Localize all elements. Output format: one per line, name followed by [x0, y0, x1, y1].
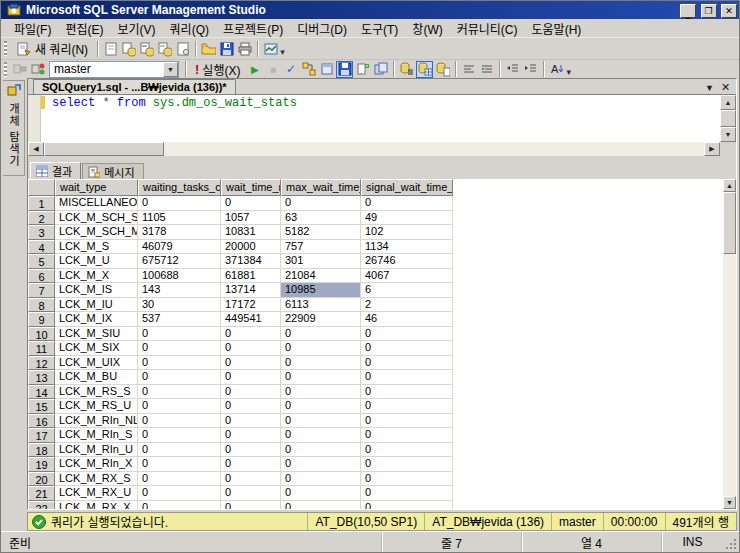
grid-cell[interactable]: 0	[221, 385, 281, 400]
grid-cell[interactable]: 143	[138, 283, 221, 298]
results-to-text-icon[interactable]	[398, 61, 415, 78]
close-document-icon[interactable]: ✕	[719, 81, 732, 94]
grid-cell[interactable]: LCK_M_U	[55, 254, 138, 269]
row-header[interactable]: 22	[28, 501, 55, 510]
grid-cell[interactable]: 0	[281, 370, 361, 385]
grid-cell[interactable]: 1105	[138, 211, 221, 226]
grid-cell[interactable]: 3178	[138, 225, 221, 240]
grid-cell[interactable]: 0	[281, 457, 361, 472]
menu-item[interactable]: 창(W)	[405, 18, 449, 39]
grid-cell[interactable]: 63	[281, 211, 361, 226]
grid-cell[interactable]: MISCELLANEOUS	[55, 196, 138, 211]
toolbar-overflow-icon[interactable]: ▾	[280, 41, 290, 57]
grid-cell[interactable]: 0	[281, 486, 361, 501]
grid-cell[interactable]: 0	[221, 443, 281, 458]
scrollbar-thumb[interactable]	[44, 142, 164, 156]
toolbar-grip[interactable]	[4, 41, 7, 56]
grid-cell[interactable]: LCK_M_RS_U	[55, 399, 138, 414]
row-header[interactable]: 7	[28, 283, 55, 298]
column-header[interactable]: signal_wait_time_ms	[361, 179, 453, 196]
grid-cell[interactable]: 0	[361, 472, 453, 487]
grid-cell[interactable]: 13714	[221, 283, 281, 298]
scroll-right-icon[interactable]: ▶	[704, 142, 720, 156]
grid-cell[interactable]: 0	[281, 341, 361, 356]
grid-cell[interactable]: 0	[138, 486, 221, 501]
grid-cell[interactable]: 0	[138, 370, 221, 385]
row-header[interactable]: 3	[28, 225, 55, 240]
grid-cell[interactable]: 0	[221, 457, 281, 472]
grid-cell[interactable]: LCK_M_RX_X	[55, 501, 138, 510]
grid-cell[interactable]: 6113	[281, 298, 361, 313]
grid-cell[interactable]: LCK_M_SIX	[55, 341, 138, 356]
row-header[interactable]: 4	[28, 240, 55, 255]
new-document-icon[interactable]	[102, 40, 119, 57]
grid-cell[interactable]: 0	[138, 399, 221, 414]
analysis-query-icon[interactable]	[138, 40, 155, 57]
grid-cell[interactable]: 0	[361, 356, 453, 371]
dmx-query-icon[interactable]	[156, 40, 173, 57]
grid-cell[interactable]: 30	[138, 298, 221, 313]
grid-cell[interactable]: 0	[361, 196, 453, 211]
database-query-icon[interactable]	[120, 40, 137, 57]
grid-cell[interactable]: 46079	[138, 240, 221, 255]
grid-cell[interactable]: 20000	[221, 240, 281, 255]
grid-cell[interactable]: 0	[138, 443, 221, 458]
comment-icon[interactable]	[460, 61, 477, 78]
grid-cell[interactable]: 0	[281, 399, 361, 414]
maximize-button[interactable]: ❐	[701, 4, 717, 18]
row-header[interactable]: 17	[28, 428, 55, 443]
grid-cell[interactable]: 0	[361, 414, 453, 429]
grid-cell[interactable]: 0	[221, 414, 281, 429]
grid-cell[interactable]: 0	[281, 385, 361, 400]
grid-cell[interactable]: 10831	[221, 225, 281, 240]
row-header[interactable]: 16	[28, 414, 55, 429]
close-button[interactable]: ✕	[721, 4, 737, 18]
grid-cell[interactable]: 371384	[221, 254, 281, 269]
grid-cell[interactable]: LCK_M_IX	[55, 312, 138, 327]
row-header[interactable]: 2	[28, 211, 55, 226]
grid-cell[interactable]: 0	[221, 341, 281, 356]
grid-cell[interactable]: 0	[221, 196, 281, 211]
menu-item[interactable]: 프로젝트(P)	[216, 18, 290, 39]
row-header[interactable]: 18	[28, 443, 55, 458]
row-header[interactable]: 15	[28, 399, 55, 414]
grid-cell[interactable]: 0	[221, 370, 281, 385]
grid-cell[interactable]: 46	[361, 312, 453, 327]
column-header[interactable]: wait_time_ms	[221, 179, 281, 196]
grid-cell[interactable]: 0	[361, 443, 453, 458]
tab-messages[interactable]: 메시지	[82, 163, 143, 179]
grid-cell[interactable]: 0	[281, 327, 361, 342]
grid-cell[interactable]: LCK_M_BU	[55, 370, 138, 385]
sql-editor[interactable]: select * from sys.dm_os_wait_stats ▲ ▼	[28, 94, 736, 142]
grid-cell[interactable]: 757	[281, 240, 361, 255]
grid-cell[interactable]: 0	[361, 486, 453, 501]
tab-results[interactable]: 결과	[30, 162, 81, 179]
grid-cell[interactable]: 17172	[221, 298, 281, 313]
menu-item[interactable]: 보기(V)	[110, 18, 162, 39]
grid-cell[interactable]: 0	[221, 472, 281, 487]
grid-cell[interactable]: 301	[281, 254, 361, 269]
grid-cell[interactable]: 0	[138, 196, 221, 211]
row-header[interactable]: 20	[28, 472, 55, 487]
grid-cell[interactable]: 0	[138, 428, 221, 443]
grid-cell[interactable]: 0	[281, 501, 361, 510]
grid-cell[interactable]: 0	[138, 385, 221, 400]
grid-cell[interactable]: 0	[281, 196, 361, 211]
editor-vertical-scrollbar[interactable]: ▲ ▼	[720, 95, 736, 142]
editor-horizontal-scrollbar[interactable]: ◀ ▶	[28, 142, 720, 156]
column-header[interactable]: wait_type	[55, 179, 138, 196]
design-query-icon[interactable]	[336, 61, 353, 78]
grid-cell[interactable]: 0	[138, 501, 221, 510]
grid-cell[interactable]: 0	[138, 472, 221, 487]
scroll-down-icon[interactable]: ▼	[723, 496, 736, 509]
object-explorer-tab[interactable]: 개체 탐색기	[3, 80, 25, 176]
row-header[interactable]: 11	[28, 341, 55, 356]
row-header[interactable]: 9	[28, 312, 55, 327]
menu-item[interactable]: 디버그(D)	[290, 18, 354, 39]
grid-cell[interactable]: 1057	[221, 211, 281, 226]
resize-grip-icon[interactable]	[723, 536, 739, 552]
row-header[interactable]: 19	[28, 457, 55, 472]
cancel-stop-icon[interactable]: ■	[264, 61, 281, 78]
scroll-down-icon[interactable]: ▼	[720, 127, 736, 142]
grid-cell[interactable]: 4067	[361, 269, 453, 284]
